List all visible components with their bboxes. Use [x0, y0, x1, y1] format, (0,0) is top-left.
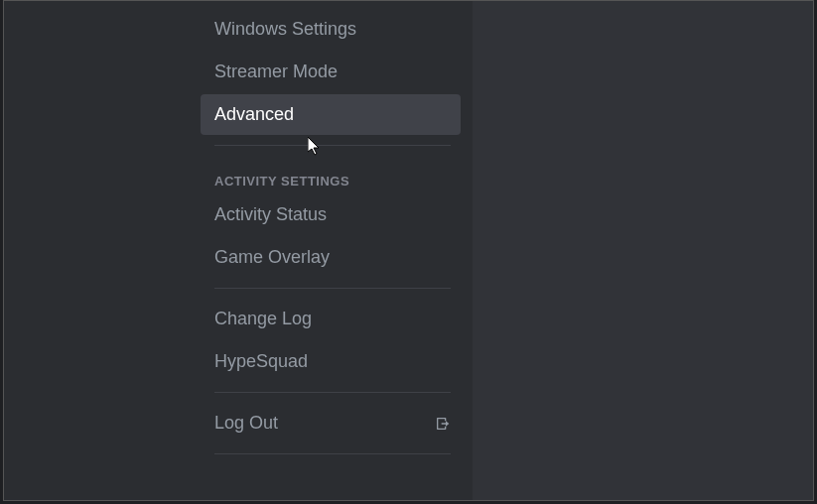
separator — [214, 392, 451, 393]
sidebar-item-label: Streamer Mode — [214, 62, 338, 82]
sidebar-item-change-log[interactable]: Change Log — [201, 299, 461, 339]
sidebar-item-label: Activity Status — [214, 204, 327, 225]
settings-sidebar: Windows Settings Streamer Mode Advanced … — [4, 1, 473, 500]
section-header-activity: ACTIVITY SETTINGS — [201, 156, 461, 194]
sidebar-item-game-overlay[interactable]: Game Overlay — [201, 237, 461, 278]
sidebar-item-label: Log Out — [214, 413, 278, 434]
settings-content — [473, 1, 813, 500]
sidebar-item-label: Windows Settings — [214, 19, 356, 40]
sidebar-item-advanced[interactable]: Advanced — [201, 94, 461, 135]
separator — [214, 453, 451, 454]
separator — [214, 145, 451, 146]
sidebar-inner: Windows Settings Streamer Mode Advanced … — [4, 9, 473, 454]
sidebar-item-label: Game Overlay — [214, 247, 330, 268]
logout-icon — [435, 416, 451, 432]
sidebar-item-hypesquad[interactable]: HypeSquad — [201, 341, 461, 382]
sidebar-item-activity-status[interactable]: Activity Status — [201, 194, 461, 235]
sidebar-item-label: Change Log — [214, 309, 312, 329]
sidebar-item-windows-settings[interactable]: Windows Settings — [201, 9, 461, 50]
separator — [214, 288, 451, 289]
sidebar-item-log-out[interactable]: Log Out — [201, 403, 461, 443]
sidebar-item-streamer-mode[interactable]: Streamer Mode — [201, 52, 461, 92]
sidebar-item-label: Advanced — [214, 104, 294, 125]
settings-window: Windows Settings Streamer Mode Advanced … — [3, 0, 814, 501]
sidebar-item-label: HypeSquad — [214, 351, 308, 372]
